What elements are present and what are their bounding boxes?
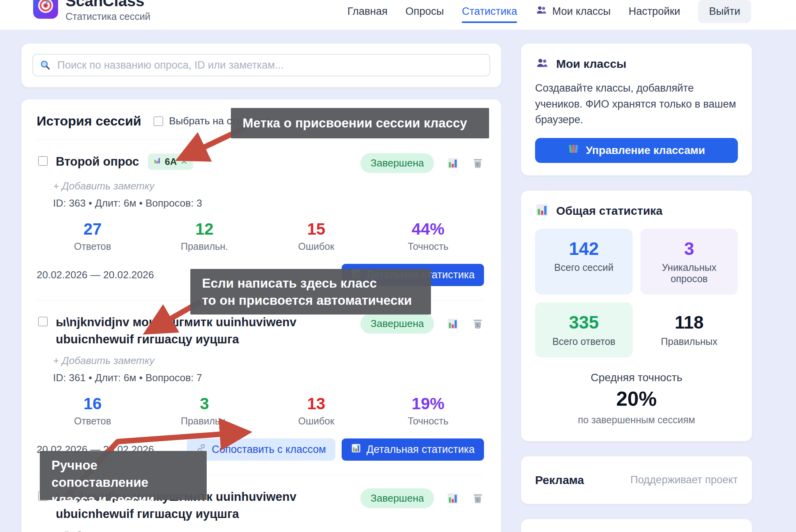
stat-accuracy: 19% — [372, 395, 484, 413]
logout-button[interactable]: Выйти — [698, 0, 751, 23]
nav-my-classes[interactable]: Мои классы — [535, 4, 611, 19]
overall-stats-title: Общая статистика — [556, 204, 663, 217]
session-1-status-badge: Завершена — [360, 153, 434, 173]
session-2-meta: ID: 361 • Длит: 6м • Вопросов: 7 — [53, 372, 484, 384]
my-classes-card: Мои классы Создавайте классы, добавляйте… — [521, 44, 752, 175]
average-accuracy-note: по завершенным сессиям — [535, 414, 738, 426]
session-2-chart-icon[interactable] — [447, 318, 459, 330]
sidebar: Мои классы Создавайте классы, добавляйте… — [521, 44, 752, 532]
stat-answers: 27 — [37, 220, 149, 238]
people-icon — [535, 4, 548, 19]
average-accuracy-value: 20% — [535, 387, 738, 410]
average-accuracy-label: Средняя точность — [535, 371, 738, 384]
average-accuracy-block: Средняя точность 20% по завершенным сесс… — [535, 371, 738, 429]
bar-chart-icon — [535, 203, 549, 219]
bar-chart-icon — [153, 156, 161, 167]
app-header: ScanClass Статистика сессий Главная Опро… — [0, 0, 796, 30]
app-title: ScanClass — [66, 0, 144, 10]
nav-settings[interactable]: Настройки — [629, 5, 680, 18]
session-2-status-badge: Завершена — [360, 314, 434, 334]
stat-tile-sessions: 142 Всего сессий — [535, 229, 633, 295]
session-2-detail-button[interactable]: Детальная статистика — [342, 438, 484, 461]
search-card — [21, 44, 501, 87]
session-history-title: История сессий — [37, 113, 141, 129]
scanclass-statistics-page: ScanClass Статистика сессий Главная Опро… — [0, 0, 796, 532]
stat-correct: 3 — [149, 395, 261, 413]
people-icon — [535, 56, 549, 72]
session-2-add-note[interactable]: + Добавить заметку — [53, 355, 154, 367]
stat-errors: 15 — [261, 220, 372, 238]
stat-answers: 16 — [37, 395, 149, 413]
session-1-title: Второй опрос — [56, 153, 139, 170]
stat-errors: 13 — [261, 395, 372, 413]
ad-note: Поддерживает проект — [630, 474, 738, 486]
session-1-meta: ID: 363 • Длит: 6м • Вопросов: 3 — [53, 197, 484, 209]
stat-accuracy: 44% — [372, 220, 484, 238]
session-2-trash-icon[interactable] — [472, 318, 484, 330]
stat-correct: 12 — [149, 220, 261, 238]
app-subtitle: Статистика сессий — [66, 11, 151, 22]
annotation-auto-assign-note: Если написать здесь класс то он присвоет… — [190, 269, 431, 315]
search-icon — [39, 59, 51, 71]
annotation-manual-match-note: Ручное сопоставление класса и сессии — [40, 451, 207, 500]
session-3-trash-icon[interactable] — [472, 492, 484, 505]
nav-surveys[interactable]: Опросы — [406, 5, 444, 18]
session-1-add-note[interactable]: + Добавить заметку — [53, 180, 154, 192]
session-row-2: ы\njknvidjnv моикушгмитк uuinhuviwenv ub… — [37, 300, 484, 475]
manage-classes-button[interactable]: Управление классами — [535, 138, 738, 163]
session-1-checkbox[interactable] — [38, 156, 48, 166]
session-3-chart-icon[interactable] — [447, 492, 459, 505]
session-1-dates: 20.02.2026 — 20.02.2026 — [37, 269, 154, 281]
books-icon — [568, 143, 580, 157]
annotation-tag-note: Метка о присвоении сессии классу — [231, 108, 489, 138]
my-classes-description: Создавайте классы, добавляйте учеников. … — [535, 80, 738, 128]
ad-card: Реклама Поддерживает проект — [521, 456, 752, 504]
bar-chart-icon — [351, 443, 361, 456]
my-classes-title: Мои классы — [556, 57, 626, 71]
session-1-chart-icon[interactable] — [447, 157, 459, 170]
overall-stats-tiles: 142 Всего сессий 3 Уникальных опросов 33… — [535, 229, 738, 357]
app-logo[interactable] — [33, 0, 58, 19]
target-icon — [37, 0, 55, 16]
stat-tile-correct: 118 Правильных — [640, 302, 738, 357]
ad-title: Реклама — [535, 474, 584, 487]
main-nav: Главная Опросы Статистика Мои классы Нас… — [347, 0, 751, 23]
stat-tile-unique-surveys: 3 Уникальных опросов — [640, 229, 738, 295]
session-1-stats: 27Ответов 12Правильн. 15Ошибок 44%Точнос… — [37, 220, 484, 252]
useful-links-card: Полезные ссылки На главную Вернуться в п… — [521, 519, 752, 532]
session-3-status-badge: Завершена — [360, 488, 434, 508]
session-2-match-class-button[interactable]: Сопоставить с классом — [187, 438, 335, 461]
nav-statistics[interactable]: Статистика — [462, 5, 517, 18]
session-1-class-tag[interactable]: 6А ✕ — [148, 154, 193, 170]
search-input[interactable] — [32, 54, 490, 76]
stat-tile-total-answers: 335 Всего ответов — [535, 302, 633, 357]
nav-home[interactable]: Главная — [347, 5, 388, 18]
session-2-checkbox[interactable] — [38, 317, 48, 326]
overall-stats-card: Общая статистика 142 Всего сессий 3 Уник… — [521, 191, 752, 441]
session-1-trash-icon[interactable] — [472, 157, 484, 170]
select-on-page-checkbox[interactable] — [154, 117, 163, 126]
session-3-add-note[interactable]: + Добавить заметку — [53, 529, 154, 532]
session-2-title: ы\njknvidjnv моикушгмитк uuinhuviwenv ub… — [56, 314, 353, 348]
session-2-stats: 16Ответов 3Правильн. 13Ошибок 19%Точност… — [37, 395, 484, 427]
remove-tag-icon[interactable]: ✕ — [180, 156, 188, 167]
